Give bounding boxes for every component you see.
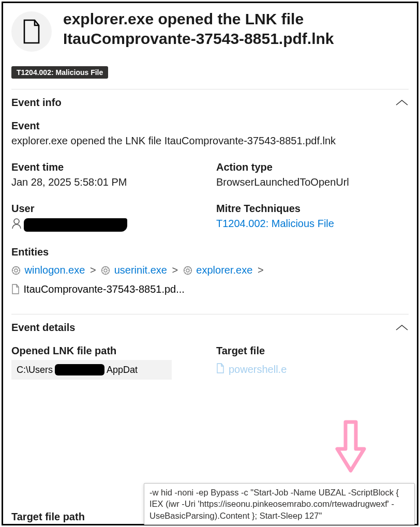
user-label: User xyxy=(11,203,204,215)
mitre-label: Mitre Techniques xyxy=(216,203,409,215)
user-value[interactable] xyxy=(11,218,204,232)
file-icon xyxy=(11,11,52,52)
event-time-label: Event time xyxy=(11,161,204,173)
entity-userinit[interactable]: userinit.exe xyxy=(114,264,167,276)
target-file-link[interactable]: powershell.e xyxy=(216,363,287,376)
section-event-info: Event info xyxy=(11,97,62,109)
gear-icon xyxy=(101,263,110,280)
event-label: Event xyxy=(11,120,409,132)
page-icon xyxy=(216,363,224,376)
svg-point-1 xyxy=(14,269,18,272)
target-file-path-label: Target file path xyxy=(11,511,85,523)
lnk-path-suffix: AppDat xyxy=(107,365,138,375)
lnk-path-label: Opened LNK file path xyxy=(11,345,204,357)
page-title: explorer.exe opened the LNK file ItauCom… xyxy=(63,9,409,48)
redacted-user xyxy=(24,218,127,232)
event-description: explorer.exe opened the LNK file ItauCom… xyxy=(11,135,409,147)
entities-label: Entities xyxy=(11,246,409,258)
divider xyxy=(11,89,409,89)
lnk-path-prefix: C:\Users xyxy=(17,365,53,375)
chevron-up-icon[interactable] xyxy=(395,324,409,332)
mitre-tag[interactable]: T1204.002: Malicious File xyxy=(11,66,108,79)
page-icon xyxy=(11,282,20,299)
gear-icon xyxy=(11,263,21,280)
event-time-value: Jan 28, 2025 5:58:01 PM xyxy=(11,176,204,188)
entity-file[interactable]: ItauComprovante-37543-8851.pd... xyxy=(24,283,185,295)
command-tooltip: -w hid -noni -ep Bypass -c "Start-Job -N… xyxy=(144,483,415,525)
divider xyxy=(11,314,409,314)
section-event-details: Event details xyxy=(11,322,75,334)
user-icon xyxy=(11,218,22,232)
svg-point-5 xyxy=(186,269,189,272)
action-type-label: Action type xyxy=(216,161,409,173)
mitre-link[interactable]: T1204.002: Malicious File xyxy=(216,218,409,230)
svg-point-3 xyxy=(104,269,107,272)
chevron-up-icon[interactable] xyxy=(395,99,409,107)
target-file-name: powershell.e xyxy=(229,364,287,375)
entity-winlogon[interactable]: winlogon.exe xyxy=(25,264,85,276)
lnk-path-value[interactable]: C:\UsersAppDat xyxy=(11,360,172,380)
redacted-path xyxy=(55,364,104,375)
gear-icon xyxy=(183,263,192,280)
entity-explorer[interactable]: explorer.exe xyxy=(196,264,252,276)
target-file-label: Target file xyxy=(216,345,409,357)
svg-point-0 xyxy=(14,219,19,224)
action-type-value: BrowserLaunchedToOpenUrl xyxy=(216,176,409,188)
annotation-arrow-icon xyxy=(334,419,367,478)
